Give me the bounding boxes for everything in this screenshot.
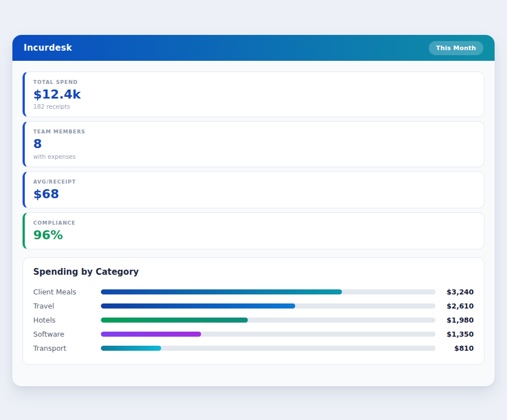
category-row-client-meals: Client Meals $3,240 <box>33 285 474 299</box>
category-row-travel: Travel $2,610 <box>33 299 474 313</box>
stat-card-avg-receipt: AVG/RECEIPT $68 <box>23 171 484 208</box>
spending-by-category-card: Spending by Category Client Meals $3,240… <box>23 257 484 365</box>
category-amount: $3,240 <box>441 288 474 296</box>
bar-fill <box>101 346 161 351</box>
stat-card-total-spend: TOTAL SPEND $12.4k 182 receipts <box>23 72 484 117</box>
app-header: Incurdesk This Month <box>12 35 495 61</box>
dashboard-content: TOTAL SPEND $12.4k 182 receipts TEAM MEM… <box>12 61 495 365</box>
category-amount: $1,350 <box>441 330 474 338</box>
bar-fill <box>101 318 248 323</box>
category-amount: $2,610 <box>441 302 474 310</box>
chart-title: Spending by Category <box>33 267 474 277</box>
category-amount: $810 <box>441 344 474 352</box>
period-badge-button[interactable]: This Month <box>429 41 483 55</box>
bar-fill <box>101 332 201 337</box>
expense-dashboard-card: Incurdesk This Month TOTAL SPEND $12.4k … <box>12 35 495 386</box>
bar-track <box>101 332 435 337</box>
bar-track <box>101 346 435 351</box>
stat-label: TOTAL SPEND <box>33 79 475 85</box>
category-label: Transport <box>33 344 101 352</box>
category-label: Client Meals <box>33 288 101 296</box>
app-title: Incurdesk <box>24 43 72 53</box>
category-row-hotels: Hotels $1,980 <box>33 313 474 327</box>
stat-card-compliance: COMPLIANCE 96% <box>23 212 484 249</box>
category-row-transport: Transport $810 <box>33 341 474 355</box>
stat-subtext: with expenses <box>33 153 475 160</box>
stat-subtext: 182 receipts <box>33 103 475 110</box>
bar-fill <box>101 289 342 294</box>
stat-value: $12.4k <box>33 87 475 101</box>
stat-label: COMPLIANCE <box>33 220 475 226</box>
stat-value: 96% <box>33 228 475 242</box>
category-row-software: Software $1,350 <box>33 327 474 341</box>
category-label: Hotels <box>33 316 101 324</box>
bar-track <box>101 289 435 294</box>
stat-card-team-members: TEAM MEMBERS 8 with expenses <box>23 121 484 167</box>
bar-track <box>101 318 435 323</box>
category-amount: $1,980 <box>441 316 474 324</box>
category-label: Software <box>33 330 101 338</box>
stat-label: TEAM MEMBERS <box>33 129 475 135</box>
bar-track <box>101 303 435 309</box>
bar-fill <box>101 303 295 309</box>
category-label: Travel <box>33 302 101 310</box>
stat-value: $68 <box>33 187 475 201</box>
stat-label: AVG/RECEIPT <box>33 179 475 185</box>
stat-value: 8 <box>33 137 475 151</box>
